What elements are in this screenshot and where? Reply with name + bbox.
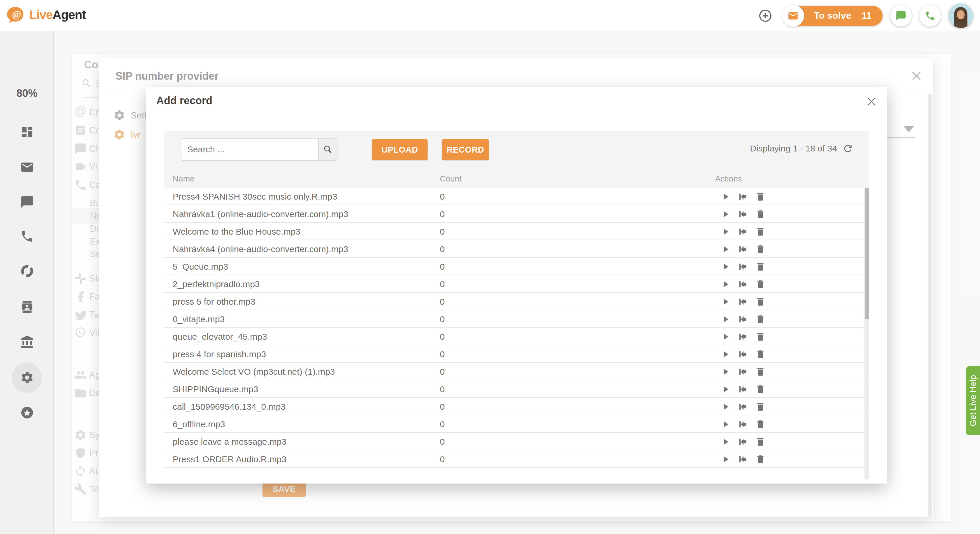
calls-button[interactable] bbox=[920, 5, 941, 27]
user-avatar[interactable] bbox=[948, 3, 973, 28]
table-header: Name Count Actions bbox=[164, 171, 864, 188]
play-icon[interactable] bbox=[720, 226, 731, 237]
play-icon[interactable] bbox=[720, 261, 731, 272]
record-search-button[interactable] bbox=[318, 139, 337, 160]
delete-icon[interactable] bbox=[755, 279, 766, 290]
reports-icon[interactable] bbox=[20, 264, 34, 278]
column-header-actions: Actions bbox=[715, 174, 742, 183]
table-row[interactable]: Nahrávka4 (online-audio-converter.com).m… bbox=[164, 240, 864, 258]
skip-to-start-icon[interactable] bbox=[738, 209, 748, 220]
record-actions bbox=[720, 402, 766, 412]
table-row[interactable]: Welcome to the Blue House.mp3 0 bbox=[164, 223, 864, 240]
get-live-help-tab[interactable]: Get Live Help bbox=[966, 366, 980, 435]
skip-to-start-icon[interactable] bbox=[738, 261, 748, 272]
svg-text:@: @ bbox=[12, 9, 21, 19]
skip-to-start-icon[interactable] bbox=[738, 226, 748, 237]
skip-to-start-icon[interactable] bbox=[738, 332, 748, 342]
delete-icon[interactable] bbox=[755, 454, 766, 465]
table-row[interactable]: 2_perfektnipradlo.mp3 0 bbox=[164, 275, 864, 293]
settings-icon[interactable] bbox=[20, 371, 34, 384]
skip-to-start-icon[interactable] bbox=[738, 437, 748, 447]
play-icon[interactable] bbox=[720, 332, 731, 342]
play-icon[interactable] bbox=[720, 367, 731, 377]
record-search-box bbox=[181, 138, 337, 161]
delete-icon[interactable] bbox=[755, 349, 766, 360]
table-row[interactable]: call_1509969546.134_0.mp3 0 bbox=[164, 398, 864, 415]
table-row[interactable]: 5_Queue.mp3 0 bbox=[164, 258, 864, 275]
table-row[interactable]: Press1 ORDER Audio.R.mp3 0 bbox=[164, 450, 864, 468]
delete-icon[interactable] bbox=[755, 367, 766, 377]
delete-icon[interactable] bbox=[755, 296, 766, 307]
delete-icon[interactable] bbox=[755, 314, 766, 325]
table-row[interactable]: SHIPPINGqueue.mp3 0 bbox=[164, 380, 864, 398]
table-scrollbar-thumb[interactable] bbox=[865, 188, 869, 319]
skip-to-start-icon[interactable] bbox=[738, 402, 748, 412]
record-actions bbox=[720, 454, 766, 465]
table-row[interactable]: please leave a message.mp3 0 bbox=[164, 433, 864, 450]
play-icon[interactable] bbox=[720, 454, 731, 465]
add-record-title: Add record bbox=[156, 94, 212, 107]
record-button[interactable]: RECORD bbox=[442, 139, 489, 160]
calls-icon[interactable] bbox=[20, 230, 34, 243]
play-icon[interactable] bbox=[720, 209, 731, 220]
delete-icon[interactable] bbox=[755, 402, 766, 412]
chat-bubble-icon bbox=[896, 10, 907, 21]
skip-to-start-icon[interactable] bbox=[738, 349, 748, 360]
record-count: 0 bbox=[440, 297, 445, 307]
delete-icon[interactable] bbox=[755, 384, 766, 395]
play-icon[interactable] bbox=[720, 349, 731, 360]
create-new-button[interactable] bbox=[754, 5, 776, 27]
record-search-input[interactable] bbox=[181, 139, 318, 160]
dashboard-icon[interactable] bbox=[20, 125, 34, 139]
play-icon[interactable] bbox=[720, 279, 731, 290]
tickets-icon[interactable] bbox=[20, 160, 34, 174]
play-icon[interactable] bbox=[720, 314, 731, 325]
delete-icon[interactable] bbox=[755, 419, 766, 430]
skip-to-start-icon[interactable] bbox=[738, 454, 748, 465]
play-icon[interactable] bbox=[720, 191, 731, 202]
table-row[interactable]: press 5 for other.mp3 0 bbox=[164, 293, 864, 310]
column-header-count: Count bbox=[440, 174, 462, 183]
delete-icon[interactable] bbox=[755, 244, 766, 255]
table-row[interactable]: 0_vitajte.mp3 0 bbox=[164, 310, 864, 328]
skip-to-start-icon[interactable] bbox=[738, 419, 748, 430]
close-icon[interactable] bbox=[865, 95, 878, 108]
table-row[interactable]: press 4 for spanish.mp3 0 bbox=[164, 345, 864, 363]
chats-button[interactable] bbox=[890, 5, 912, 27]
chats-icon[interactable] bbox=[20, 195, 34, 209]
table-row[interactable]: 6_offline.mp3 0 bbox=[164, 415, 864, 433]
delete-icon[interactable] bbox=[755, 437, 766, 447]
delete-icon[interactable] bbox=[755, 191, 766, 202]
billing-icon[interactable] bbox=[20, 335, 34, 349]
customers-icon[interactable] bbox=[20, 300, 34, 314]
skip-to-start-icon[interactable] bbox=[738, 244, 748, 255]
table-row[interactable]: Welcome Select VO (mp3cut.net) (1).mp3 0 bbox=[164, 363, 864, 380]
delete-icon[interactable] bbox=[755, 209, 766, 220]
play-icon[interactable] bbox=[720, 437, 731, 447]
play-icon[interactable] bbox=[720, 419, 731, 430]
delete-icon[interactable] bbox=[755, 261, 766, 272]
play-icon[interactable] bbox=[720, 384, 731, 395]
skip-to-start-icon[interactable] bbox=[738, 314, 748, 325]
upload-button[interactable]: UPLOAD bbox=[372, 139, 428, 160]
skip-to-start-icon[interactable] bbox=[738, 296, 748, 307]
delete-icon[interactable] bbox=[755, 226, 766, 237]
to-solve-button[interactable]: To solve 11 bbox=[784, 6, 883, 26]
table-row[interactable]: Press4 SPANISH 30sec music only.R.mp3 0 bbox=[164, 188, 864, 205]
play-icon[interactable] bbox=[720, 296, 731, 307]
play-icon[interactable] bbox=[720, 402, 731, 412]
star-icon[interactable] bbox=[20, 406, 34, 419]
record-actions bbox=[720, 367, 766, 377]
table-scrollbar-track[interactable] bbox=[864, 188, 869, 480]
record-count: 0 bbox=[440, 402, 445, 412]
table-row[interactable]: Nahrávka1 (online-audio-converter.com).m… bbox=[164, 205, 864, 223]
skip-to-start-icon[interactable] bbox=[738, 367, 748, 377]
skip-to-start-icon[interactable] bbox=[738, 191, 748, 202]
liveagent-logo: @ LiveAgent bbox=[6, 6, 86, 23]
delete-icon[interactable] bbox=[755, 332, 766, 342]
refresh-icon[interactable] bbox=[842, 143, 853, 154]
table-row[interactable]: queue_elevator_45.mp3 0 bbox=[164, 328, 864, 345]
skip-to-start-icon[interactable] bbox=[738, 384, 748, 395]
play-icon[interactable] bbox=[720, 244, 731, 255]
skip-to-start-icon[interactable] bbox=[738, 279, 748, 290]
